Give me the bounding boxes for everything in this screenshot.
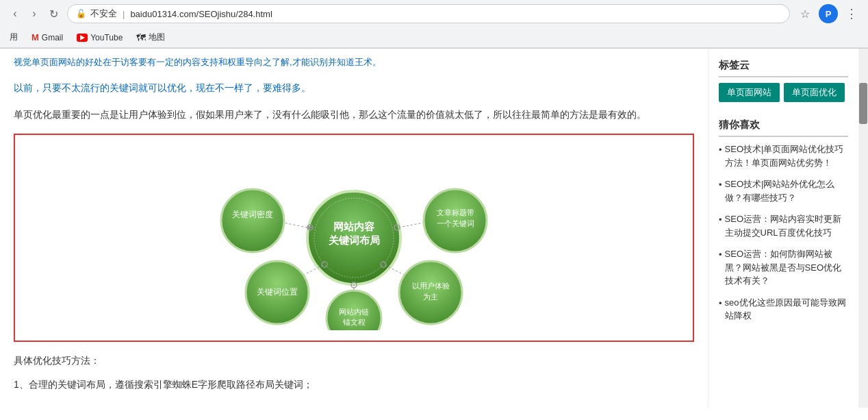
related-link-1[interactable]: SEO技术|单页面网站优化技巧方法！单页面网站优劣势！	[725, 143, 848, 169]
tag-cloud: 单页面网站 单页面优化	[719, 83, 848, 102]
youtube-icon	[77, 34, 88, 42]
page-layout: 视觉单页面网站的好处在于访客要有一定的内容支持和权重导向之了解,才能识别并知道王…	[0, 49, 868, 408]
menu-button[interactable]: ⋮	[842, 4, 861, 23]
security-icon: 🔓	[76, 9, 86, 18]
related-list: • SEO技术|单页面网站优化技巧方法！单页面网站优劣势！ • SEO技术|网站…	[719, 143, 848, 323]
list-item: • SEO运营：如何防御网站被黑？网站被黑是否与SEO优化技术有关？	[719, 247, 848, 288]
svg-text:网站内链: 网站内链	[339, 308, 369, 316]
maps-icon: 🗺	[136, 32, 146, 43]
scrollbar-thumb[interactable]	[859, 83, 867, 124]
paragraph-1: 以前，只要不太流行的关键词就可以优化，现在不一样了，要难得多。	[14, 79, 694, 97]
gmail-label: Gmail	[42, 33, 63, 42]
related-link-2[interactable]: SEO技术|网站站外优化怎么做？有哪些技巧？	[725, 177, 848, 204]
list-item: • SEO技术|单页面网站优化技巧方法！单页面网站优劣势！	[719, 143, 848, 169]
forward-button[interactable]: ›	[26, 5, 42, 22]
related-link-5[interactable]: seo优化这些原因最可能导致网站降权	[725, 296, 848, 323]
paragraph-2: 单页优化最重要的一点是让用户体验到位，假如果用户来了，没有什么能吸引他，那么这个…	[14, 106, 694, 123]
youtube-play-triangle	[80, 35, 85, 40]
bullet-3: •	[719, 213, 722, 227]
bookmark-gmail[interactable]: M Gmail	[29, 31, 66, 44]
browser-chrome: ‹ › ↻ 🔓 不安全 | baidu01314.com/SEOjishu/28…	[0, 0, 868, 49]
top-text-link: 视觉单页面网站的好处在于访客要有一定的内容支持和权重导向之了解,才能识别并知道王…	[14, 57, 381, 67]
refresh-button[interactable]: ↻	[45, 5, 62, 22]
bottom-text-1: 具体优化技巧方法：	[14, 352, 694, 369]
keyword-layout-diagram: 网站内容 关键词布局 关键词密度 文章标题带 一个关键词	[176, 145, 532, 330]
related-link-4[interactable]: SEO运营：如何防御网站被黑？网站被黑是否与SEO优化技术有关？	[725, 247, 848, 288]
tag-single-page-optimize[interactable]: 单页面优化	[784, 83, 845, 102]
diagram-box: 网站内容 关键词布局 关键词密度 文章标题带 一个关键词	[14, 134, 694, 342]
security-label: 不安全	[90, 8, 117, 20]
gmail-icon: M	[31, 32, 39, 42]
sidebar-related-section: 猜你喜欢 • SEO技术|单页面网站优化技巧方法！单页面网站优劣势！ • SEO…	[719, 119, 848, 323]
tag-cloud-title: 标签云	[719, 59, 848, 77]
bookmark-star-button[interactable]: ☆	[795, 4, 815, 23]
bullet-1: •	[719, 143, 722, 157]
svg-text:关键词密度: 关键词密度	[232, 210, 273, 219]
svg-text:一个关键词: 一个关键词	[437, 219, 474, 227]
toolbar-right: ☆ P ⋮	[795, 4, 861, 23]
apps-label: 用	[10, 32, 18, 43]
bookmark-maps[interactable]: 🗺 地图	[133, 30, 168, 45]
maps-label: 地图	[149, 32, 165, 43]
bookmark-youtube[interactable]: YouTube	[74, 32, 125, 44]
bullet-4: •	[719, 248, 722, 262]
svg-text:网站内容: 网站内容	[333, 221, 375, 232]
list-item: • SEO运营：网站内容实时更新主动提交URL百度优化技巧	[719, 212, 848, 239]
top-paragraph: 视觉单页面网站的好处在于访客要有一定的内容支持和权重导向之了解,才能识别并知道王…	[14, 55, 694, 70]
svg-text:锚文程: 锚文程	[342, 318, 366, 326]
youtube-label: YouTube	[90, 33, 123, 42]
svg-text:文章标题带: 文章标题带	[437, 208, 474, 217]
nav-buttons: ‹ › ↻	[7, 5, 62, 22]
svg-text:关键词位置: 关键词位置	[257, 287, 298, 297]
paragraph-1-blue: 以前，只要不太流行的关键词就可以优化，现在不一样了，要难得多。	[14, 82, 311, 93]
main-content: 视觉单页面网站的好处在于访客要有一定的内容支持和权重导向之了解,才能识别并知道王…	[0, 49, 708, 408]
address-text: baidu01314.com/SEOjishu/284.html	[130, 9, 781, 19]
svg-text:关键词布局: 关键词布局	[328, 234, 380, 246]
list-item: • SEO技术|网站站外优化怎么做？有哪些技巧？	[719, 177, 848, 204]
bullet-2: •	[719, 178, 722, 192]
profile-button[interactable]: P	[819, 4, 838, 23]
svg-text:为主: 为主	[423, 293, 438, 301]
address-bar[interactable]: 🔓 不安全 | baidu01314.com/SEOjishu/284.html	[67, 4, 790, 23]
bookmark-apps[interactable]: 用	[7, 30, 21, 45]
separator: |	[123, 9, 125, 19]
browser-toolbar: ‹ › ↻ 🔓 不安全 | baidu01314.com/SEOjishu/28…	[0, 0, 868, 27]
related-title: 猜你喜欢	[719, 119, 848, 137]
svg-text:以用户体验: 以用户体验	[412, 282, 450, 290]
bookmarks-bar: 用 M Gmail YouTube 🗺 地图	[0, 27, 868, 48]
svg-point-8	[221, 189, 284, 252]
bullet-5: •	[719, 297, 722, 310]
bottom-text-2: 1、合理的关键词布局，遵循搜索引擎蜘蛛E字形爬取路径布局关键词；	[14, 376, 694, 393]
related-link-3[interactable]: SEO运营：网站内容实时更新主动提交URL百度优化技巧	[725, 212, 848, 239]
sidebar-tag-cloud-section: 标签云 单页面网站 单页面优化	[719, 59, 848, 102]
back-button[interactable]: ‹	[7, 5, 23, 22]
sidebar: 标签云 单页面网站 单页面优化 猜你喜欢 • SEO技术|单页面网站优化技巧方法…	[708, 49, 858, 408]
list-item: • seo优化这些原因最可能导致网站降权	[719, 296, 848, 323]
scrollbar[interactable]	[858, 49, 868, 408]
tag-single-page-site[interactable]: 单页面网站	[719, 83, 780, 102]
